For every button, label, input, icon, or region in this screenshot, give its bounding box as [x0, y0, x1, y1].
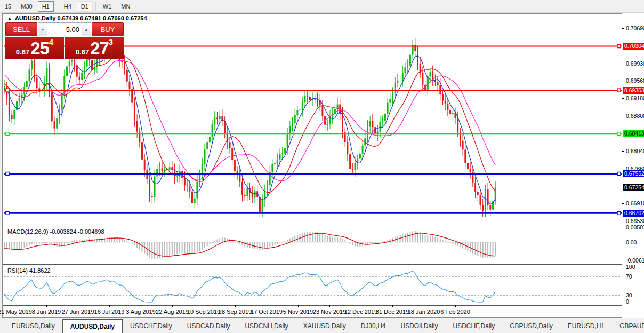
- macd-label: MACD(12,26,9) -0.003824 -0.004698: [7, 228, 104, 235]
- buy-price-big: 27: [90, 41, 109, 57]
- chart-tab-usdcad[interactable]: USDCAD,Daily: [180, 319, 238, 333]
- chart-title: ▲AUDUSD,Daily 0.67439 0.67491 0.67060 0.…: [7, 15, 147, 21]
- volume-up-icon[interactable]: ▲: [82, 23, 91, 36]
- sell-price-sup: 4: [49, 34, 53, 50]
- price-level-badge: 0.70304: [623, 43, 644, 50]
- buy-price-box[interactable]: 0.67 27 3: [65, 37, 124, 59]
- date-tick-mark: [298, 305, 299, 307]
- rsi-label: RSI(14) 41.8622: [7, 267, 51, 274]
- date-tick-mark: [361, 305, 361, 307]
- price-tick-label: 0.69180: [626, 95, 644, 101]
- date-tick-mark: [455, 305, 456, 307]
- price-tick-mark: [622, 81, 624, 81]
- collapse-panel-icon[interactable]: ▲: [7, 16, 12, 21]
- price-tick-label: 0.69560: [626, 77, 644, 84]
- date-label: 22 Aug 2019: [156, 308, 189, 315]
- macd-axis-label: 0.005076: [626, 224, 644, 231]
- date-tick-mark: [172, 305, 173, 307]
- price-tick-mark: [622, 221, 624, 221]
- mt4-terminal: { "toolbar": { "timeframes": [ {"label":…: [0, 0, 644, 333]
- price-level-badge: 0.67552: [623, 170, 644, 177]
- macd-axis-label: -0.00614: [626, 257, 644, 264]
- chart-tab-xauusd[interactable]: XAUUSD,Daily: [296, 319, 353, 333]
- date-tick-mark: [204, 305, 204, 307]
- rsi-axis-label: 70: [626, 273, 632, 280]
- date-tick-mark: [267, 305, 267, 307]
- macd-axis-label: 0.00: [626, 239, 637, 245]
- buy-price-sup: 3: [109, 34, 113, 50]
- date-tick-mark: [392, 305, 393, 307]
- chart-tab-dj30[interactable]: DJ30,H4: [353, 319, 393, 333]
- price-tick-label: 0.66530: [626, 218, 644, 224]
- volume-down-icon[interactable]: ▼: [38, 23, 47, 36]
- date-axis[interactable]: 21 May 20198 Jun 201927 Jun 201916 Jul 2…: [3, 306, 622, 317]
- date-label: 10 Sep 2019: [187, 308, 220, 315]
- price-tick-label: 0.69930: [626, 60, 644, 67]
- date-label: 31 Dec 2019: [376, 308, 409, 315]
- buy-price-prefix: 0.67: [76, 47, 89, 57]
- price-level-badge: 0.67254: [623, 184, 644, 191]
- price-tick-mark: [622, 98, 624, 99]
- price-level-badge: 0.69353: [623, 87, 644, 94]
- date-tick-mark: [15, 305, 15, 307]
- sell-price-prefix: 0.67: [16, 47, 29, 57]
- price-tick-mark: [622, 28, 624, 29]
- chart-tab-eurusd[interactable]: EURUSD,H1: [560, 319, 612, 333]
- chart-tab-bar: EURUSD,DailyAUDUSD,DailyUSDCHF,DailyUSDC…: [0, 319, 644, 333]
- buy-button[interactable]: BUY: [92, 22, 124, 36]
- rsi-axis-label: 100: [626, 264, 635, 270]
- date-label: 16 Jul 2019: [94, 308, 125, 315]
- date-tick-mark: [46, 305, 47, 307]
- price-level-badge: 0.68413: [623, 130, 644, 137]
- date-label: 6 Feb 2020: [440, 308, 470, 315]
- date-tick-mark: [235, 305, 236, 307]
- date-label: 3 Aug 2019: [126, 308, 156, 315]
- date-label: 17 Oct 2019: [251, 308, 283, 315]
- price-tick-label: 0.70690: [626, 25, 644, 31]
- chart-tab-usdchf[interactable]: USDCHF,Daily: [123, 319, 180, 333]
- date-tick-mark: [78, 305, 78, 307]
- chart-title-text: AUDUSD,Daily 0.67439 0.67491 0.67060 0.6…: [15, 15, 147, 21]
- price-tick-label: 0.68040: [626, 148, 644, 154]
- chart-tab-gbpusd[interactable]: GBPUSD,Daily: [502, 319, 560, 333]
- date-tick-mark: [109, 305, 110, 307]
- date-label: 12 Dec 2019: [344, 308, 377, 315]
- chart-tab-usdchf[interactable]: USDCHF,Daily: [445, 319, 502, 333]
- date-tick-mark: [329, 305, 330, 307]
- main-price-pane[interactable]: [4, 38, 496, 217]
- rsi-axis-label: 30: [626, 292, 632, 298]
- one-click-trading-panel: SELL ▼ 5.00 ▲ BUY 0.67 25 4 0.67 27 3: [5, 22, 124, 59]
- date-label: 23 Nov 2019: [313, 308, 346, 315]
- date-tick-mark: [141, 305, 141, 307]
- date-label: 21 May 2019: [0, 308, 32, 315]
- rsi-axis-label: 0: [626, 298, 629, 305]
- chart-tab-gbpaud[interactable]: GBPAUD,H1: [612, 319, 644, 333]
- sell-price-big: 25: [30, 41, 49, 57]
- sell-price-box[interactable]: 0.67 25 4: [5, 37, 64, 59]
- price-tick-mark: [622, 203, 624, 204]
- date-tick-mark: [424, 305, 424, 307]
- sell-button[interactable]: SELL: [5, 22, 37, 36]
- price-tick-mark: [622, 64, 624, 64]
- date-label: 27 Jun 2019: [62, 308, 94, 315]
- price-axis[interactable]: 0.706900.699300.695600.691800.688000.680…: [622, 13, 644, 318]
- price-tick-label: 0.68800: [626, 113, 644, 119]
- chart-tab-usdcnh[interactable]: USDCNH,Daily: [237, 319, 295, 333]
- price-level-badge: 0.66702: [623, 210, 644, 217]
- date-label: 18 Jan 2020: [408, 308, 440, 315]
- chart-tab-audusd[interactable]: AUDUSD,Daily: [62, 319, 123, 333]
- price-tick-label: 0.66910: [626, 200, 644, 207]
- price-tick-mark: [622, 169, 624, 169]
- price-tick-mark: [622, 116, 624, 116]
- volume-control: ▼ 5.00 ▲: [38, 22, 91, 36]
- date-label: 28 Sep 2019: [219, 308, 252, 315]
- chart-tab-eurusd[interactable]: EURUSD,Daily: [4, 319, 62, 333]
- chart-tab-usdoil[interactable]: USDOil,Daily: [393, 319, 445, 333]
- date-label: 8 Jun 2019: [32, 308, 61, 315]
- date-label: 5 Nov 2019: [283, 308, 313, 315]
- price-tick-mark: [622, 151, 624, 152]
